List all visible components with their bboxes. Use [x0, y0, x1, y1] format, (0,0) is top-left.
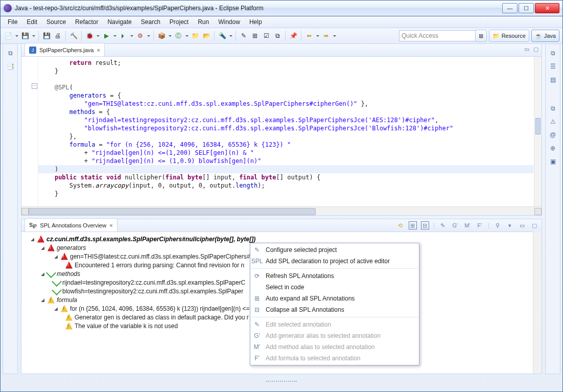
tab-close-icon[interactable]: ×	[97, 47, 100, 53]
new-folder-icon[interactable]: 📁	[191, 31, 200, 40]
perspective-resource[interactable]: 📁Resource	[489, 30, 529, 42]
editor-hscroll[interactable]	[21, 206, 542, 215]
maximize-view-icon[interactable]: ▢	[533, 46, 538, 53]
spl-vscroll[interactable]	[533, 232, 542, 374]
pin-icon[interactable]: 📌	[289, 31, 298, 40]
build-icon[interactable]: 🔨	[69, 31, 78, 40]
open-perspective-button[interactable]: ⊞	[475, 30, 487, 42]
console-icon[interactable]: ▣	[549, 157, 557, 166]
run-icon[interactable]: ▶	[102, 31, 111, 40]
twisty-icon[interactable]: ◢	[40, 271, 45, 276]
debug-dd-icon[interactable]	[96, 31, 100, 40]
new-package-icon[interactable]: 📦	[157, 31, 166, 40]
menu-file[interactable]: File	[4, 17, 21, 27]
menu-refactor[interactable]: Refactor	[71, 17, 102, 27]
tree-root[interactable]: ◢ cz.cuni.mff.d3s.spl.examples.SplPaperC…	[25, 235, 532, 243]
back-icon[interactable]: ⬅	[304, 31, 314, 40]
problems-icon[interactable]: ⚠	[549, 118, 557, 126]
task-icon[interactable]: ☑	[262, 31, 271, 40]
menu-edit[interactable]: Edit	[22, 17, 41, 27]
fold-toggle-icon[interactable]: −	[32, 83, 37, 89]
menu-help[interactable]: Help	[245, 17, 266, 27]
twisty-icon[interactable]: ◢	[30, 236, 35, 242]
saveall-icon[interactable]: 💾	[42, 31, 51, 40]
hscroll-left-icon[interactable]	[21, 208, 29, 215]
editor-body[interactable]: − return result; } @SPL( generators = { …	[21, 57, 542, 215]
javadoc-icon[interactable]: @	[549, 131, 557, 139]
status-grip-icon[interactable]	[266, 381, 297, 385]
twisty-icon[interactable]: ◢	[53, 253, 59, 259]
restore-right-icon[interactable]: ⧉	[549, 49, 557, 57]
search-icon[interactable]: 🔦	[218, 31, 227, 40]
restore-icon[interactable]: ⧉	[6, 49, 14, 57]
menu-search[interactable]: Search	[137, 17, 165, 27]
view-menu-icon[interactable]: ▾	[506, 221, 514, 229]
toggle-mark-icon[interactable]: ✎	[239, 31, 248, 40]
edit-ann-icon[interactable]: ✎	[439, 221, 447, 229]
open-type-icon[interactable]: 📂	[202, 31, 211, 40]
debug-icon[interactable]: 🐞	[85, 31, 94, 40]
collapse-all-icon[interactable]: ⊟	[421, 221, 429, 229]
menu-source[interactable]: Source	[42, 17, 70, 27]
spl-max-icon[interactable]: ▢	[530, 221, 538, 229]
link-icon[interactable]: ⟲	[396, 221, 405, 229]
annotation-icon[interactable]: ⊞	[250, 31, 260, 40]
ctx-item[interactable]: Select in code	[250, 282, 419, 293]
runlast-dd-icon[interactable]	[130, 31, 133, 40]
filter-icon[interactable]: ⚲	[494, 221, 502, 229]
twisty-icon[interactable]: ◢	[40, 297, 45, 303]
outline-icon[interactable]: ▤	[549, 76, 557, 84]
run-dd-icon[interactable]	[113, 31, 116, 40]
new-dropdown-icon[interactable]	[15, 31, 18, 40]
minimize-view-icon[interactable]: ▭	[524, 46, 529, 53]
twisty-icon[interactable]: ◢	[53, 306, 59, 311]
ctx-item[interactable]: ⊟Collapse all SPL Annotations	[250, 304, 419, 315]
ctx-item[interactable]: ⊞Auto expand all SPL Annotations	[250, 293, 419, 304]
print-icon[interactable]: 🖨	[53, 31, 62, 40]
ctx-item[interactable]: ⟳Refresh SPL Annotations	[250, 270, 419, 282]
bookmark-icon[interactable]: ⧉	[273, 31, 282, 40]
spl-tab[interactable]: S℘ SPL Annotations Overview ×	[25, 218, 118, 232]
editor-tab[interactable]: J SplPaperCiphers.java ×	[25, 43, 105, 56]
new-icon[interactable]: 📄	[4, 31, 13, 40]
new-class-icon[interactable]: Ⓒ	[174, 31, 183, 40]
pkg-dd-icon[interactable]	[168, 31, 172, 40]
menu-navigate[interactable]: Navigate	[103, 17, 135, 27]
ctx-item[interactable]: ✎Configure selected project	[250, 244, 419, 256]
close-button[interactable]: ✕	[535, 3, 559, 13]
ext-tools-icon[interactable]: ⚙	[135, 31, 145, 40]
perspective-java[interactable]: ☕Java	[531, 30, 559, 42]
menu-run[interactable]: Run	[194, 17, 213, 27]
save-dropdown-icon[interactable]	[32, 31, 35, 40]
runlast-icon[interactable]: ⏵	[119, 31, 128, 40]
maximize-button[interactable]: ☐	[519, 3, 534, 13]
expand-all-icon[interactable]: ⊞	[409, 221, 417, 229]
spl-tab-close-icon[interactable]: ×	[109, 222, 112, 228]
quick-access-input[interactable]: Quick Access	[399, 30, 476, 41]
task-list-icon[interactable]: ☰	[549, 62, 557, 71]
back-dd-icon[interactable]	[316, 31, 319, 40]
hscroll-thumb[interactable]	[29, 208, 316, 215]
f-alias-icon[interactable]: F'	[476, 221, 484, 229]
overview-thumb[interactable]	[535, 118, 541, 134]
restore-right2-icon[interactable]: ⧉	[549, 104, 557, 112]
menu-window[interactable]: Window	[214, 17, 244, 27]
hscroll-right-icon[interactable]	[534, 208, 542, 215]
twisty-icon[interactable]: ◢	[40, 245, 45, 250]
ctx-item[interactable]: SPLAdd SPL declaration to project of act…	[250, 256, 419, 267]
cls-dd-icon[interactable]	[185, 31, 189, 40]
minimize-button[interactable]: —	[502, 3, 518, 13]
ext-dd-icon[interactable]	[147, 31, 150, 40]
fwd-dd-icon[interactable]	[333, 31, 336, 40]
spl-min-icon[interactable]: ▭	[518, 221, 526, 229]
overview-ruler[interactable]	[534, 57, 542, 207]
package-explorer-icon[interactable]: 📑	[6, 62, 14, 71]
g-alias-icon[interactable]: G'	[451, 221, 459, 229]
m-alias-icon[interactable]: M'	[463, 221, 472, 229]
forward-icon[interactable]: ➡	[321, 31, 331, 40]
code-area[interactable]: return result; } @SPL( generators = { "g…	[40, 59, 533, 207]
save-icon[interactable]: 💾	[20, 31, 30, 40]
declaration-icon[interactable]: ⊕	[549, 144, 557, 152]
menu-project[interactable]: Project	[166, 17, 193, 27]
search-dd-icon[interactable]	[229, 31, 232, 40]
